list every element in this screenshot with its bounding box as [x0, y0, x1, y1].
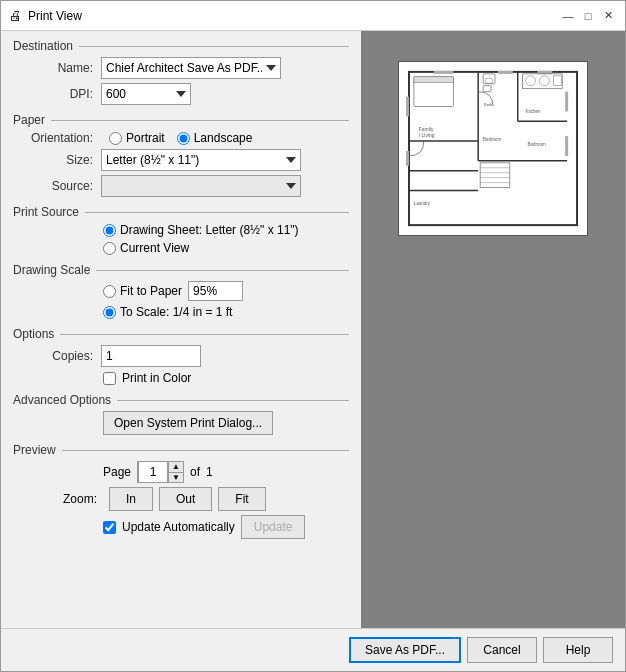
drawing-sheet-radio[interactable] — [103, 224, 116, 237]
drawing-sheet-radio-item[interactable]: Drawing Sheet: Letter (8½" x 11") — [103, 223, 349, 237]
size-control: Letter (8½" x 11")LegalA4 — [101, 149, 349, 171]
svg-text:Bedroom: Bedroom — [528, 142, 546, 147]
copies-input[interactable]: 1 — [101, 345, 201, 367]
svg-rect-11 — [565, 92, 568, 112]
options-header: Options — [13, 327, 349, 341]
print-source-label: Print Source — [13, 205, 79, 219]
preview-scroll-area[interactable]: Family / Living Bedroom Bedroom Kitchen … — [361, 31, 625, 628]
zoom-label: Zoom: — [63, 492, 103, 506]
print-in-color-checkbox[interactable] — [103, 372, 116, 385]
drawing-scale-section: Drawing Scale Fit to Paper 95% To Scale: — [13, 263, 349, 319]
print-in-color-row: Print in Color — [13, 371, 349, 385]
content-area: Destination Name: Chief Architect Save A… — [1, 31, 625, 628]
landscape-radio-item[interactable]: Landscape — [177, 131, 253, 145]
destination-section: Destination Name: Chief Architect Save A… — [13, 39, 349, 105]
minimize-button[interactable]: — — [559, 7, 577, 25]
size-select[interactable]: Letter (8½" x 11")LegalA4 — [101, 149, 301, 171]
advanced-options-label: Advanced Options — [13, 393, 111, 407]
zoom-in-button[interactable]: In — [109, 487, 153, 511]
name-select[interactable]: Chief Architect Save As PDF... — [101, 57, 281, 79]
zoom-row: Zoom: In Out Fit — [13, 487, 349, 511]
bottom-bar: Save As PDF... Cancel Help — [1, 628, 625, 671]
cancel-button[interactable]: Cancel — [467, 637, 537, 663]
window-title: Print View — [28, 9, 82, 23]
print-source-section: Print Source Drawing Sheet: Letter (8½" … — [13, 205, 349, 255]
options-section: Options Copies: 1 Print in Color — [13, 327, 349, 385]
page-row: Page 1 ▲ ▼ of 1 — [13, 461, 349, 483]
to-scale-radio-item[interactable]: To Scale: 1/4 in = 1 ft — [103, 305, 232, 319]
source-label: Source: — [21, 179, 101, 193]
maximize-button[interactable]: □ — [579, 7, 597, 25]
destination-header: Destination — [13, 39, 349, 53]
source-select[interactable] — [101, 175, 301, 197]
title-bar: 🖨 Print View — □ ✕ — [1, 1, 625, 31]
fit-percentage-input[interactable]: 95% — [188, 281, 243, 301]
size-label: Size: — [21, 153, 101, 167]
of-label: of — [190, 465, 200, 479]
name-control: Chief Architect Save As PDF... — [101, 57, 349, 79]
destination-label: Destination — [13, 39, 73, 53]
copies-row: Copies: 1 — [13, 345, 349, 367]
zoom-out-button[interactable]: Out — [159, 487, 212, 511]
portrait-radio-item[interactable]: Portrait — [109, 131, 165, 145]
update-row: Update Automatically Update — [13, 515, 349, 539]
dpi-row: DPI: 60030015072 — [13, 83, 349, 105]
update-automatically-label: Update Automatically — [122, 520, 235, 534]
of-value: 1 — [206, 465, 213, 479]
dpi-label: DPI: — [21, 87, 101, 101]
name-row: Name: Chief Architect Save As PDF... — [13, 57, 349, 79]
save-as-pdf-button[interactable]: Save As PDF... — [349, 637, 461, 663]
svg-rect-10 — [537, 71, 552, 74]
preview-panel: Family / Living Bedroom Bedroom Kitchen … — [361, 31, 625, 628]
current-view-label: Current View — [120, 241, 189, 255]
spinner-down-button[interactable]: ▼ — [169, 472, 183, 482]
svg-rect-9 — [498, 71, 513, 74]
open-system-print-dialog-button[interactable]: Open System Print Dialog... — [103, 411, 273, 435]
fit-to-paper-radio-item[interactable]: Fit to Paper — [103, 284, 182, 298]
svg-text:Kitchen: Kitchen — [526, 109, 541, 114]
fit-to-paper-radio[interactable] — [103, 285, 116, 298]
left-panel: Destination Name: Chief Architect Save A… — [1, 31, 361, 628]
adv-options-content: Open System Print Dialog... — [13, 411, 349, 435]
print-in-color-label: Print in Color — [122, 371, 191, 385]
dpi-select[interactable]: 60030015072 — [101, 83, 191, 105]
options-label: Options — [13, 327, 54, 341]
paper-section: Paper Orientation: Portrait Landscape — [13, 113, 349, 197]
svg-rect-8 — [434, 71, 454, 74]
drawing-scale-radios: Fit to Paper 95% To Scale: 1/4 in = 1 ft — [13, 281, 349, 319]
update-button[interactable]: Update — [241, 515, 306, 539]
spinner-up-button[interactable]: ▲ — [169, 462, 183, 472]
spinner-buttons: ▲ ▼ — [168, 462, 183, 482]
close-button[interactable]: ✕ — [599, 7, 617, 25]
fit-to-paper-row: Fit to Paper 95% — [103, 281, 349, 301]
preview-page: Family / Living Bedroom Bedroom Kitchen … — [398, 61, 588, 236]
to-scale-radio[interactable] — [103, 306, 116, 319]
portrait-radio[interactable] — [109, 132, 122, 145]
drawing-sheet-label: Drawing Sheet: Letter (8½" x 11") — [120, 223, 299, 237]
help-button[interactable]: Help — [543, 637, 613, 663]
fit-to-paper-label: Fit to Paper — [120, 284, 182, 298]
page-number-input[interactable]: 1 — [138, 461, 168, 483]
preview-label: Preview — [13, 443, 56, 457]
size-row: Size: Letter (8½" x 11")LegalA4 — [13, 149, 349, 171]
print-view-window: 🖨 Print View — □ ✕ Destination Name: Chi… — [0, 0, 626, 672]
svg-text:Family: Family — [419, 127, 434, 132]
zoom-fit-button[interactable]: Fit — [218, 487, 265, 511]
portrait-label: Portrait — [126, 131, 165, 145]
svg-rect-0 — [409, 72, 577, 225]
current-view-radio[interactable] — [103, 242, 116, 255]
svg-rect-12 — [565, 136, 568, 156]
landscape-radio[interactable] — [177, 132, 190, 145]
orientation-label: Orientation: — [21, 131, 101, 145]
current-view-radio-item[interactable]: Current View — [103, 241, 349, 255]
paper-label: Paper — [13, 113, 45, 127]
title-bar-controls: — □ ✕ — [559, 7, 617, 25]
source-row: Source: — [13, 175, 349, 197]
window-icon: 🖨 — [9, 8, 22, 23]
preview-section: Preview Page 1 ▲ ▼ of 1 Zoom: — [13, 443, 349, 539]
svg-text:Bedroom: Bedroom — [483, 137, 501, 142]
update-automatically-checkbox[interactable] — [103, 521, 116, 534]
drawing-scale-header: Drawing Scale — [13, 263, 349, 277]
dpi-control: 60030015072 — [101, 83, 349, 105]
print-source-radios: Drawing Sheet: Letter (8½" x 11") Curren… — [13, 223, 349, 255]
